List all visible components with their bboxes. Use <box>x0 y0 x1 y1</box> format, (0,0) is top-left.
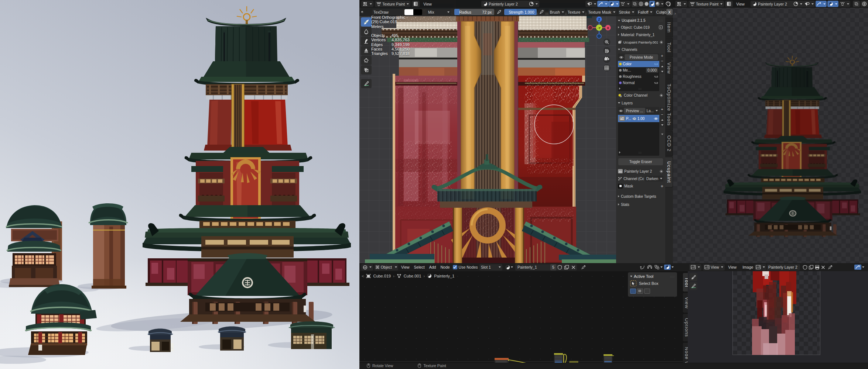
svg-text:-Y: -Y <box>598 26 601 30</box>
svg-text:Z: Z <box>598 18 600 21</box>
svg-text:X: X <box>607 26 609 30</box>
